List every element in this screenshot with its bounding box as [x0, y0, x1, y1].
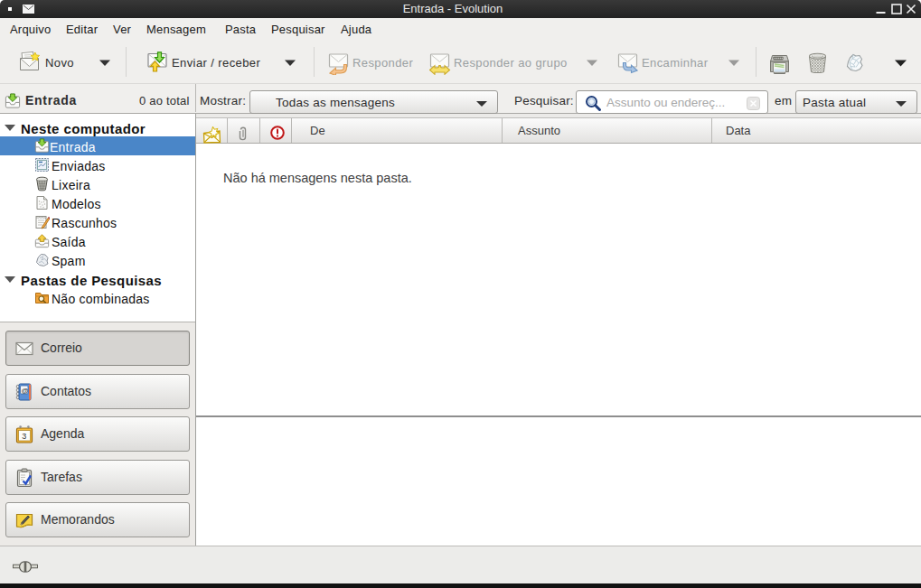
svg-text:3: 3 [22, 432, 26, 441]
svg-text:@: @ [22, 387, 29, 395]
